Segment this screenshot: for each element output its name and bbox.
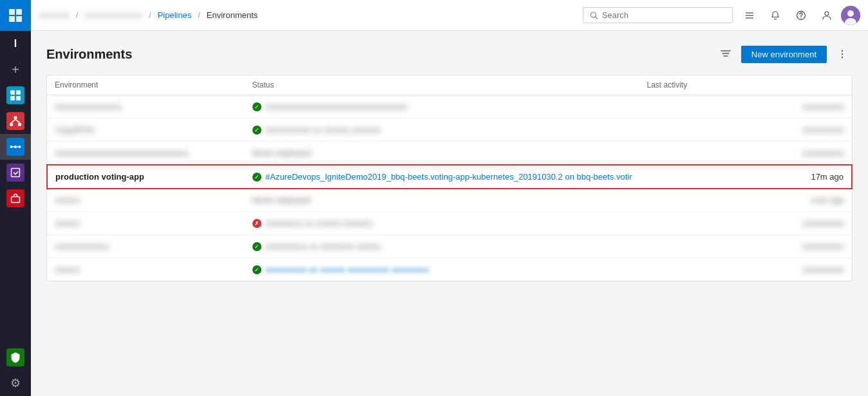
user-icon-btn[interactable] bbox=[815, 4, 838, 27]
sidebar-item-artifacts[interactable] bbox=[0, 185, 31, 211]
col-last-activity: Last activity bbox=[647, 80, 845, 90]
svg-point-31 bbox=[842, 50, 843, 52]
svg-point-33 bbox=[842, 57, 843, 58]
filter-icon bbox=[721, 49, 731, 59]
svg-rect-2 bbox=[9, 16, 15, 22]
status-text: xxxxxxxxx xx xxxxxx xxxxxxx bbox=[265, 218, 373, 228]
col-environment: Environment bbox=[55, 80, 252, 90]
environments-table: Environment Status Last activity xxxxxxx… bbox=[46, 75, 853, 281]
list-icon-btn[interactable] bbox=[738, 4, 761, 27]
status-cell: Never deployed bbox=[252, 148, 647, 158]
user-avatar[interactable] bbox=[841, 6, 860, 25]
notification-icon-btn[interactable] bbox=[764, 4, 787, 27]
search-box[interactable] bbox=[583, 7, 733, 23]
svg-line-11 bbox=[12, 119, 15, 122]
table-row[interactable]: xxxxxxxxxxxxxxxx ✓ xxxxxxxxxxxxxxxxxxxxx… bbox=[47, 95, 852, 118]
svg-rect-1 bbox=[16, 9, 22, 15]
overview-icon: I bbox=[14, 38, 17, 50]
question-icon bbox=[796, 10, 806, 21]
svg-rect-5 bbox=[16, 90, 21, 95]
svg-point-10 bbox=[18, 123, 21, 126]
page-title: Environments bbox=[46, 47, 132, 62]
svg-point-27 bbox=[825, 12, 829, 15]
status-text-link[interactable]: #AzureDevops_IgniteDemo2019_bbq-beets.vo… bbox=[265, 172, 632, 182]
env-name: xxxxxx bbox=[55, 218, 252, 228]
svg-rect-7 bbox=[16, 96, 21, 100]
sidebar-item-testplans[interactable] bbox=[0, 160, 31, 185]
more-options-button[interactable] bbox=[832, 44, 853, 64]
breadcrumb-pipelines[interactable]: Pipelines bbox=[158, 10, 192, 20]
table-row[interactable]: xxxxxxxxxxxxx ✓ xxxxxxxxxx xx xxxxxxxx x… bbox=[47, 235, 852, 258]
env-name: production voting-app bbox=[55, 172, 252, 182]
new-environment-button[interactable]: New environment bbox=[741, 46, 827, 63]
status-text: xxxxxxxxxx xx xxxxxxxx xxxxxx bbox=[265, 241, 381, 251]
status-cell: ✓ xxxxxxxxxx xx xxxxxx xxxxxxxxxx xxxxxx… bbox=[252, 265, 647, 274]
header-actions: New environment bbox=[715, 44, 853, 64]
help-icon-btn[interactable] bbox=[789, 4, 813, 27]
status-text: xxxxxxxxxxx xx xxxxxx xxxxxxx bbox=[265, 125, 381, 135]
svg-point-26 bbox=[800, 17, 801, 18]
svg-point-32 bbox=[842, 53, 843, 55]
table-row[interactable]: YyyyyPrint ✓ xxxxxxxxxxx xx xxxxxx xxxxx… bbox=[47, 118, 852, 142]
sidebar-settings[interactable]: ⚙ bbox=[0, 370, 31, 396]
sidebar-item-pipelines[interactable] bbox=[0, 134, 31, 160]
table-row[interactable]: xxxxxx ✗ xxxxxxxxx xx xxxxxx xxxxxxx xxx… bbox=[47, 212, 852, 235]
env-name: xxxxxx bbox=[55, 195, 252, 205]
env-name: YyyyyPrint bbox=[55, 125, 252, 135]
status-success-icon: ✓ bbox=[252, 173, 261, 182]
svg-point-15 bbox=[19, 146, 21, 148]
status-text: xxxxxxxxxxxxxxxxxxxxxxxxxxxxxxxxxx bbox=[265, 102, 408, 111]
testplans-icon bbox=[6, 164, 24, 182]
status-cell: Never deployed bbox=[252, 195, 647, 205]
last-activity: xxxxxxxxxx bbox=[647, 125, 845, 135]
avatar-image bbox=[841, 6, 860, 25]
sidebar-item-overview[interactable]: I bbox=[0, 31, 31, 57]
last-activity: xxxxxxxxxx bbox=[647, 241, 845, 251]
svg-rect-0 bbox=[9, 9, 15, 15]
sidebar-item-boards[interactable] bbox=[0, 82, 31, 108]
boards-icon bbox=[6, 86, 24, 104]
main-area: xxxxxxxx / xxxxxxxxxxxxxxx / Pipelines /… bbox=[31, 0, 868, 396]
sidebar-logo[interactable] bbox=[0, 0, 31, 31]
last-activity: xxxxxxxxxx bbox=[647, 148, 845, 158]
pipelines-icon bbox=[6, 138, 24, 156]
status-success-icon: ✓ bbox=[252, 265, 261, 274]
shield-icon bbox=[6, 348, 24, 366]
svg-point-13 bbox=[10, 146, 13, 148]
search-input[interactable] bbox=[602, 10, 726, 20]
svg-point-14 bbox=[14, 146, 17, 148]
env-name: xxxxxxxxxxxxxxxx bbox=[55, 102, 252, 111]
sidebar-item-repos[interactable] bbox=[0, 108, 31, 134]
status-success-icon: ✓ bbox=[252, 126, 261, 135]
topbar-icon-group bbox=[738, 4, 860, 27]
status-text: Never deployed bbox=[252, 148, 311, 158]
table-row[interactable]: xxxxxxxxxxxxxxxxxxxxxxxxxxxxxxxx Never d… bbox=[47, 142, 852, 165]
last-activity: xxxxxxxxxx bbox=[647, 102, 845, 111]
sidebar-item-add[interactable]: + bbox=[0, 57, 31, 82]
status-cell: ✓ xxxxxxxxxx xx xxxxxxxx xxxxxx bbox=[252, 241, 647, 251]
artifacts-icon bbox=[6, 189, 24, 207]
status-success-icon: ✓ bbox=[252, 102, 261, 111]
svg-rect-19 bbox=[12, 196, 20, 202]
last-activity: 17m ago bbox=[646, 172, 844, 182]
more-options-icon bbox=[837, 49, 847, 59]
status-cell: ✓ #AzureDevops_IgniteDemo2019_bbq-beets.… bbox=[252, 172, 646, 182]
status-text: Never deployed bbox=[252, 195, 311, 205]
table-row[interactable]: xxxxxx ✓ xxxxxxxxxx xx xxxxxx xxxxxxxxxx… bbox=[47, 258, 852, 281]
filter-button[interactable] bbox=[715, 44, 736, 64]
sidebar-item-shield[interactable] bbox=[0, 344, 31, 370]
last-activity: xxxx ago bbox=[647, 195, 845, 205]
table-row-production[interactable]: production voting-app ✓ #AzureDevops_Ign… bbox=[46, 164, 853, 189]
status-cell: ✓ xxxxxxxxxxx xx xxxxxx xxxxxxx bbox=[252, 125, 647, 135]
table-row[interactable]: xxxxxx Never deployed xxxx ago bbox=[47, 189, 852, 212]
status-cell: ✓ xxxxxxxxxxxxxxxxxxxxxxxxxxxxxxxxxx bbox=[252, 102, 647, 111]
search-icon bbox=[590, 11, 598, 20]
repos-icon bbox=[6, 112, 24, 130]
status-cell: ✗ xxxxxxxxx xx xxxxxx xxxxxxx bbox=[252, 218, 647, 228]
status-text: xxxxxxxxxx xx xxxxxx xxxxxxxxxx xxxxxxxx… bbox=[265, 265, 429, 274]
page-header: Environments New environment bbox=[46, 44, 853, 64]
env-name: xxxxxxxxxxxxx bbox=[55, 241, 252, 251]
list-icon bbox=[744, 10, 755, 21]
svg-point-9 bbox=[10, 123, 13, 126]
svg-line-12 bbox=[15, 119, 19, 122]
